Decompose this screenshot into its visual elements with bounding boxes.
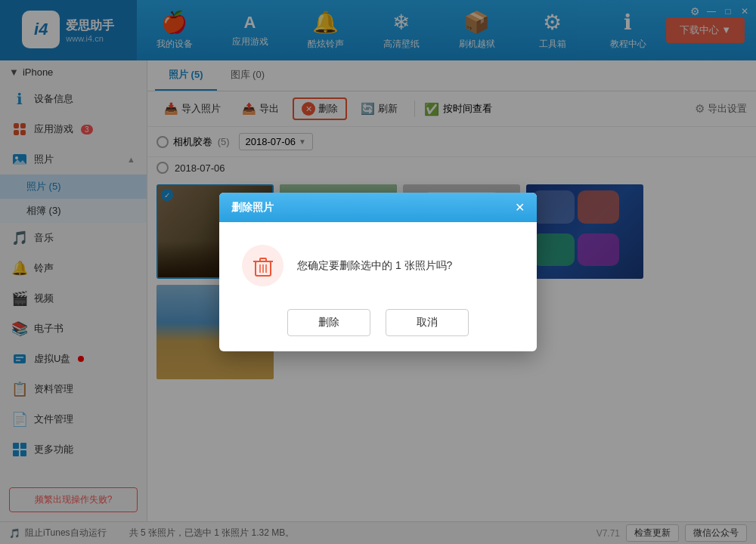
modal-cancel-btn[interactable]: 取消	[386, 309, 469, 336]
modal-confirm-btn[interactable]: 删除	[287, 309, 370, 336]
svg-rect-16	[260, 258, 266, 261]
delete-modal: 删除照片 ✕ 您确定要删除选中的 1 张照片吗? 删除	[219, 193, 537, 351]
modal-close-btn[interactable]: ✕	[515, 200, 525, 215]
modal-title: 删除照片	[231, 201, 274, 215]
modal-message: 您确定要删除选中的 1 张照片吗?	[297, 259, 452, 273]
modal-overlay: 删除照片 ✕ 您确定要删除选中的 1 张照片吗? 删除	[0, 0, 756, 544]
modal-trash-icon	[242, 245, 284, 286]
modal-header: 删除照片 ✕	[219, 193, 537, 222]
modal-footer: 删除 取消	[219, 301, 537, 351]
modal-body: 您确定要删除选中的 1 张照片吗?	[219, 222, 537, 301]
